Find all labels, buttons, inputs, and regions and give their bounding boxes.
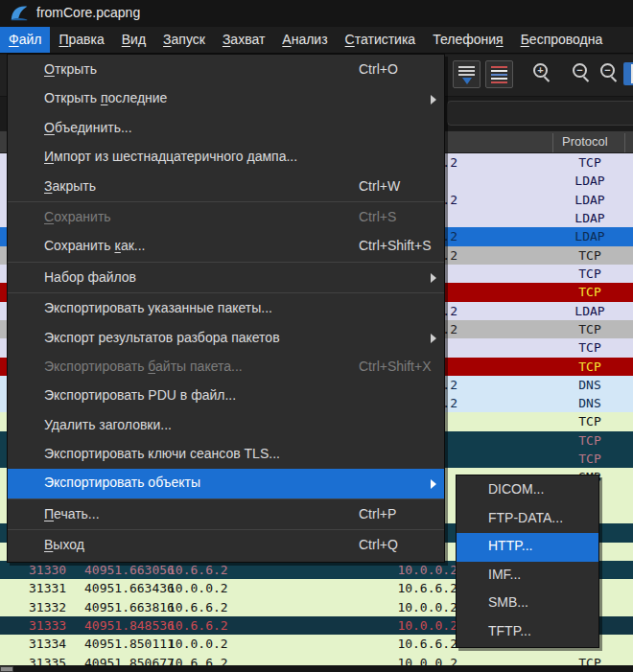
export-submenu-item-3[interactable]: IMF... [457, 562, 598, 591]
cell-src: 10.6.6.2 [168, 561, 228, 579]
file-menu-item-5: СохранитьCtrl+S [8, 203, 444, 232]
export-submenu-item-5[interactable]: TFTP... [457, 618, 598, 647]
zoom-normal-icon[interactable]: − [600, 63, 615, 78]
cell-protocol: DNS [554, 394, 625, 412]
status-bar [0, 665, 633, 672]
cell-protocol: LDAP [554, 227, 625, 245]
menu-shortcut: Ctrl+P [359, 506, 396, 521]
file-menu-item-4[interactable]: ЗакрытьCtrl+W [8, 173, 444, 201]
menu-shortcut: Ctrl+Shift+S [359, 238, 431, 253]
cell-time: 40951.663056 [84, 561, 175, 579]
cell-protocol: TCP [554, 246, 625, 265]
cell-protocol: LDAP [554, 209, 625, 227]
file-menu-item-12[interactable]: Удалить заголовки... [8, 411, 444, 440]
menubar-item-3[interactable]: Запуск [154, 27, 214, 53]
cell-protocol: DNS [554, 376, 625, 394]
file-menu-item-2[interactable]: Объединить... [8, 114, 444, 143]
menu-shortcut: Ctrl+Shift+X [359, 359, 431, 374]
cell-dst: 10.0.0.2 [396, 616, 457, 635]
submenu-arrow-icon [431, 479, 436, 489]
cell-src: 10.6.6.2 [168, 616, 228, 635]
menubar-item-8[interactable]: Беспроводна [512, 27, 612, 53]
menu-shortcut: Ctrl+O [359, 61, 398, 77]
cell-protocol: TCP [554, 338, 625, 357]
file-menu-item-6[interactable]: Сохранить как...Ctrl+Shift+S [8, 232, 444, 261]
export-objects-submenu: DICOM...FTP-DATA...HTTP...IMF...SMB...TF… [456, 475, 599, 648]
menubar-item-7[interactable]: Телефония [424, 27, 512, 53]
cell-protocol: LDAP [554, 172, 625, 190]
column-separator[interactable] [552, 133, 553, 152]
file-menu: ОткрытьCtrl+OОткрыть последниеОбъединить… [7, 54, 445, 563]
cell-protocol: TCP [554, 358, 625, 376]
cell-dst: 10.6.6.2 [396, 635, 457, 653]
column-header-protocol[interactable]: Protocol [562, 134, 608, 149]
export-submenu-item-1[interactable]: FTP-DATA... [457, 505, 598, 534]
cell-protocol: TCP [554, 431, 625, 450]
column-separator[interactable] [624, 133, 625, 152]
zoom-out-icon[interactable]: − [573, 63, 587, 78]
cell-protocol: LDAP [554, 191, 625, 209]
menu-shortcut: Ctrl+W [359, 178, 400, 194]
file-menu-item-3[interactable]: Импорт из шестнадцатеричного дампа... [8, 143, 444, 172]
submenu-arrow-icon [431, 334, 436, 343]
menu-shortcut: Ctrl+Q [359, 537, 398, 552]
wireshark-icon [9, 3, 30, 24]
file-menu-item-14[interactable]: Экспортировать объекты [8, 469, 444, 498]
submenu-arrow-icon [431, 273, 436, 283]
cell-dst: 10.0.0.2 [396, 561, 457, 579]
export-submenu-item-4[interactable]: SMB... [457, 590, 598, 618]
menu-bar: ФайлПравкаВидЗапускЗахватАнализСтатистик… [0, 27, 633, 54]
file-menu-item-11[interactable]: Экспортировать PDU в файл... [8, 382, 444, 410]
cell-time: 40951.848536 [84, 616, 175, 635]
cell-protocol: TCP [554, 283, 625, 301]
file-menu-item-1[interactable]: Открыть последние [8, 84, 444, 113]
cell-src: 10.0.0.2 [168, 635, 228, 653]
menubar-item-1[interactable]: Правка [50, 27, 112, 53]
cell-protocol: LDAP [554, 302, 625, 320]
file-menu-item-9[interactable]: Экспорт результатов разбора пакетов [8, 324, 444, 353]
corner-grip[interactable] [0, 666, 13, 672]
cell-src: 10.6.6.2 [168, 598, 228, 616]
file-menu-item-13[interactable]: Экспортировать ключи сеансов TLS... [8, 440, 444, 469]
cell-dst: 10.6.6.2 [396, 579, 457, 597]
cell-no: 31331 [29, 579, 66, 597]
export-submenu-item-0[interactable]: DICOM... [457, 476, 598, 505]
resize-columns-icon[interactable] [623, 62, 633, 85]
cell-protocol: TCP [554, 450, 625, 468]
cell-protocol: TCP [554, 412, 625, 430]
window-title: fromCore.pcapng [36, 5, 140, 20]
file-menu-item-10: Экспортировать байты пакета...Ctrl+Shift… [8, 353, 444, 382]
cell-protocol: TCP [554, 265, 625, 283]
title-bar: fromCore.pcapng [0, 0, 633, 27]
file-menu-item-15[interactable]: Печать...Ctrl+P [8, 500, 444, 529]
colorize-packet-list-button[interactable] [485, 60, 513, 88]
menu-shortcut: Ctrl+S [359, 209, 396, 224]
file-menu-item-7[interactable]: Набор файлов [8, 264, 444, 292]
cell-time: 40951.850111 [84, 635, 175, 653]
cell-time: 40951.663436 [84, 579, 175, 597]
scroll-to-last-packet-button[interactable] [453, 60, 481, 88]
cell-src: 10.0.0.2 [168, 579, 228, 597]
cell-protocol: TCP [554, 320, 625, 338]
menubar-item-4[interactable]: Захват [214, 27, 273, 53]
wireshark-window: .2TCPLDAP.2LDAPLDAP.2LDAP.2TCPTCPTCP.2LD… [0, 0, 633, 672]
cell-no: 31330 [29, 561, 66, 579]
cell-no: 31333 [29, 616, 66, 635]
cell-dst: 10.0.0.2 [396, 598, 457, 616]
cell-time: 40951.663816 [84, 598, 175, 616]
cell-protocol: TCP [554, 153, 625, 172]
submenu-arrow-icon [431, 95, 436, 104]
file-menu-item-16[interactable]: ВыходCtrl+Q [8, 531, 444, 560]
cell-no: 31332 [29, 598, 66, 616]
zoom-in-icon[interactable]: + [533, 63, 548, 78]
display-filter-input[interactable] [447, 101, 633, 126]
menubar-item-5[interactable]: Анализ [273, 27, 336, 53]
cell-no: 31334 [29, 635, 66, 653]
menubar-item-6[interactable]: Статистика [337, 27, 425, 53]
menubar-item-2[interactable]: Вид [113, 27, 154, 53]
file-menu-item-8[interactable]: Экспортировать указанные пакеты... [8, 294, 444, 323]
file-menu-item-0[interactable]: ОткрытьCtrl+O [8, 56, 444, 84]
menubar-item-0[interactable]: Файл [0, 27, 50, 53]
export-submenu-item-2[interactable]: HTTP... [457, 533, 598, 562]
